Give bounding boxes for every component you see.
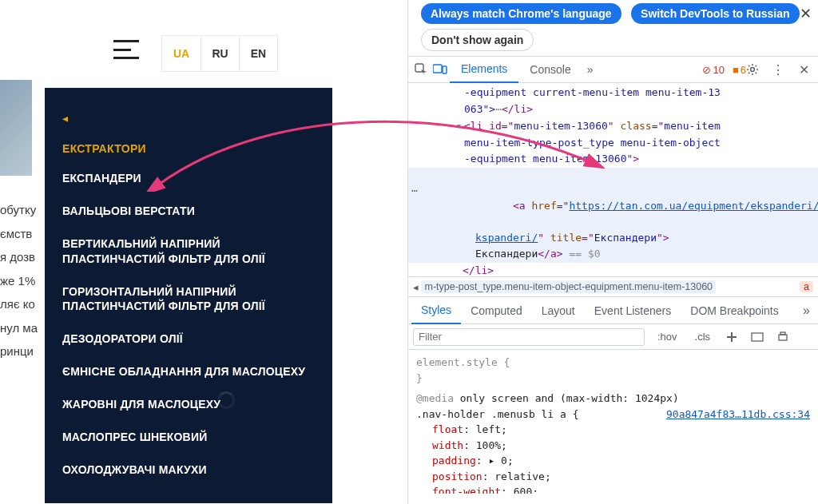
submenu-item[interactable]: ДЕЗОДОРАТОРИ ОЛІЇ [62, 331, 315, 347]
error-count[interactable]: 10 [702, 64, 724, 76]
svg-rect-5 [779, 335, 787, 340]
styles-tabbar: Styles Computed Layout Event Listeners D… [408, 297, 818, 324]
computed-styles-icon[interactable] [749, 328, 766, 346]
close-icon[interactable]: ✕ [800, 5, 812, 22]
styles-rules[interactable]: element.style { } @media only screen and… [408, 350, 818, 494]
submenu-heading: ЕКСТРАКТОРИ [62, 142, 315, 155]
devtools-pane: ✕ Always match Chrome's language Switch … [407, 0, 818, 504]
submenu-list: ЕКСПАНДЕРИ ВАЛЬЦЬОВІ ВЕРСТАТИ ВЕРТИКАЛЬН… [62, 171, 315, 478]
hero-image-fragment [0, 80, 32, 176]
switch-to-russian-button[interactable]: Switch DevTools to Russian [631, 3, 799, 24]
cls-toggle[interactable]: .cls [690, 329, 716, 344]
submenu-item[interactable]: ЖАРОВНІ ДЛЯ МАСЛОЦЕХУ [62, 397, 315, 412]
styles-toolbar: :hov .cls [408, 324, 818, 350]
submenu-item[interactable]: ЄМНІСНЕ ОБЛАДНАННЯ ДЛЯ МАСЛОЦЕХУ [62, 364, 315, 379]
devtools-close-icon[interactable]: ✕ [794, 60, 813, 79]
dom-tree[interactable]: -equipment current-menu-item menu-item-1… [408, 83, 818, 276]
lang-ua[interactable]: UA [162, 36, 201, 71]
site-topbar: UA RU EN [0, 35, 407, 80]
gear-icon[interactable] [743, 60, 762, 79]
dom-selected-node[interactable]: ⋯ <a href="https://tan.com.ua/equipment/… [408, 168, 818, 229]
back-arrow-icon[interactable]: ◂ [62, 112, 68, 125]
tab-console[interactable]: Console [518, 56, 582, 83]
crumb-left-icon[interactable]: ◂ [413, 281, 419, 293]
devtools-notice: ✕ Always match Chrome's language Switch … [408, 0, 818, 56]
source-link[interactable]: 90a847a4f83…11db.css:34 [666, 407, 810, 423]
svg-rect-1 [433, 65, 442, 73]
print-media-icon[interactable] [774, 328, 792, 346]
lang-en[interactable]: EN [239, 36, 277, 71]
tab-elements[interactable]: Elements [450, 56, 518, 83]
filter-input[interactable] [413, 328, 645, 346]
more-vertical-icon[interactable]: ⋮ [768, 60, 788, 79]
inspect-element-icon[interactable] [411, 60, 431, 79]
submenu-item[interactable]: МАСЛОПРЕС ШНЕКОВИЙ [62, 430, 315, 445]
submenu-panel: ◂ ЕКСТРАКТОРИ ЕКСПАНДЕРИ ВАЛЬЦЬОВІ ВЕРСТ… [45, 88, 332, 503]
styles-tabs-overflow-icon[interactable]: » [803, 304, 815, 318]
loading-spinner-icon [217, 391, 235, 409]
crumb-tag[interactable]: a [800, 281, 813, 292]
tab-event-listeners[interactable]: Event Listeners [585, 297, 681, 324]
svg-rect-2 [443, 66, 447, 73]
language-switcher: UA RU EN [161, 35, 278, 72]
issues-summary[interactable]: 10 6 [702, 64, 746, 76]
tab-computed[interactable]: Computed [461, 297, 532, 324]
submenu-item[interactable]: ЕКСПАНДЕРИ [62, 171, 315, 186]
submenu-item[interactable]: ГОРИЗОНТАЛЬНИЙ НАПІРНИЙ ПЛАСТИНЧАСТИЙ ФІ… [62, 284, 315, 315]
submenu-item[interactable]: ВАЛЬЦЬОВІ ВЕРСТАТИ [62, 204, 315, 219]
submenu-item[interactable]: ВЕРТИКАЛЬНИЙ НАПІРНИЙ ПЛАСТИНЧАСТИЙ ФІЛЬ… [62, 236, 315, 267]
tab-layout[interactable]: Layout [532, 297, 585, 324]
breadcrumb[interactable]: ◂ m-type-post_type.menu-item-object-equi… [408, 276, 818, 297]
hov-toggle[interactable]: :hov [653, 329, 682, 344]
submenu-item[interactable]: ОХОЛОДЖУВАЧІ МАКУХИ [62, 462, 315, 478]
svg-rect-4 [752, 333, 763, 341]
tab-styles[interactable]: Styles [411, 297, 461, 324]
always-match-language-button[interactable]: Always match Chrome's language [421, 3, 621, 24]
dont-show-again-button[interactable]: Don't show again [421, 29, 534, 51]
crumb-selected[interactable]: m-type-post_type.menu-item-object-equipm… [421, 280, 716, 293]
svg-point-3 [751, 68, 755, 72]
website-pane: UA RU EN обутку ємств я дозв же 1% ляє к… [0, 0, 407, 504]
tabs-overflow-icon[interactable]: » [582, 56, 598, 83]
new-style-rule-icon[interactable] [723, 328, 741, 346]
devtools-tabbar: Elements Console » 10 6 ⋮ ✕ [408, 56, 818, 83]
lang-ru[interactable]: RU [201, 36, 239, 71]
article-text-fragment: обутку ємств я дозв же 1% ляє ко нул ма … [0, 200, 44, 407]
svg-rect-6 [780, 332, 785, 335]
tab-dom-breakpoints[interactable]: DOM Breakpoints [681, 297, 788, 324]
hamburger-menu-button[interactable] [113, 40, 139, 59]
device-toolbar-icon[interactable] [431, 60, 450, 79]
